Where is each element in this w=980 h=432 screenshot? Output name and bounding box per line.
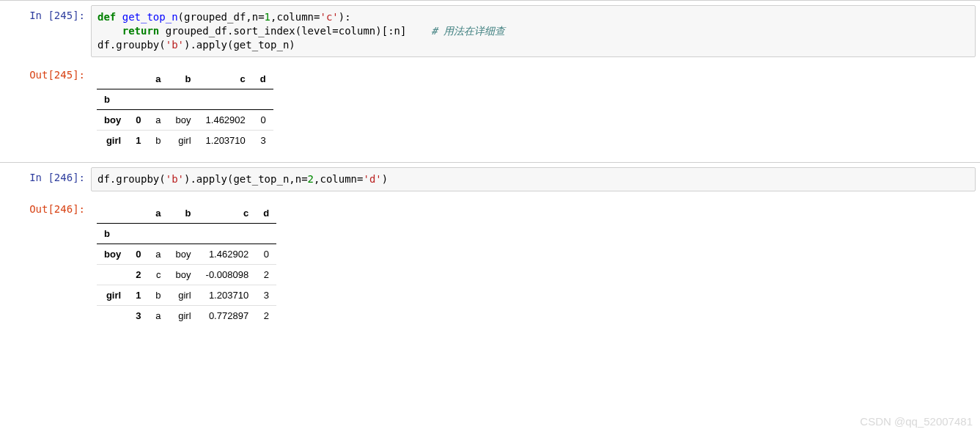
code-cell: In [245]: def get_top_n(grouped_df,n=1,c… xyxy=(0,0,980,62)
col-header xyxy=(128,203,148,224)
row-index: 2 xyxy=(128,264,148,285)
table-row: 3 a girl 0.772897 2 xyxy=(97,305,276,326)
string-literal: 'd' xyxy=(363,173,381,185)
string-literal: 'b' xyxy=(166,39,184,51)
code-text: ).apply(get_top_n,n= xyxy=(184,173,308,185)
blank-cell xyxy=(169,223,199,244)
code-text: ).apply(get_top_n) xyxy=(184,39,295,51)
output-area: a b c d b boy 0 a xyxy=(91,199,980,337)
cell: girl xyxy=(169,130,199,150)
string-literal: 'b' xyxy=(166,173,184,185)
cell: 3 xyxy=(253,130,273,150)
output-row: Out[246]: a b c d b xyxy=(0,196,980,337)
cell: boy xyxy=(169,244,199,264)
row-index: 3 xyxy=(128,305,148,326)
index-name-row: b xyxy=(97,223,276,244)
cell: a xyxy=(148,305,168,326)
code-text: df.groupby( xyxy=(97,173,166,185)
cell: 3 xyxy=(256,285,276,305)
blank-cell xyxy=(253,89,273,109)
row-index: 1 xyxy=(128,285,148,305)
blank-cell xyxy=(128,223,148,244)
col-header xyxy=(97,203,128,224)
cell: 2 xyxy=(256,264,276,285)
code-text: df.groupby( xyxy=(97,39,166,51)
code-input[interactable]: df.groupby('b').apply(get_top_n,n=2,colu… xyxy=(91,167,976,191)
row-index: 1 xyxy=(128,130,148,150)
row-index: boy xyxy=(97,109,128,130)
code-input[interactable]: def get_top_n(grouped_df,n=1,column='c')… xyxy=(91,5,976,57)
number-literal: 1 xyxy=(265,11,270,23)
blank-cell xyxy=(169,89,199,109)
blank-cell xyxy=(199,223,257,244)
col-header: a xyxy=(148,203,168,224)
cell: girl xyxy=(169,305,199,326)
col-header: c xyxy=(199,69,253,89)
blank-cell xyxy=(199,89,253,109)
keyword-def: def xyxy=(97,11,116,23)
index-name: b xyxy=(97,89,128,109)
row-index xyxy=(97,305,128,326)
col-header: b xyxy=(169,69,199,89)
index-name-row: b xyxy=(97,89,273,109)
cell: 1.203710 xyxy=(199,130,253,150)
row-index: girl xyxy=(97,130,128,150)
col-header: a xyxy=(148,69,168,89)
code-text: ,column= xyxy=(314,173,363,185)
row-index: 0 xyxy=(128,109,148,130)
cell: 0 xyxy=(253,109,273,130)
row-index: girl xyxy=(97,285,128,305)
col-header: d xyxy=(256,203,276,224)
function-name: get_top_n xyxy=(116,11,177,23)
col-header: c xyxy=(199,203,257,224)
blank-cell xyxy=(256,223,276,244)
cell: a xyxy=(148,109,168,130)
code-text: ) xyxy=(382,173,388,185)
code-cell: In [246]: df.groupby('b').apply(get_top_… xyxy=(0,162,980,196)
table-row: 2 c boy -0.008098 2 xyxy=(97,264,276,285)
comment: # 用法在详细查 xyxy=(431,25,505,37)
number-literal: 2 xyxy=(308,173,314,185)
cell: b xyxy=(148,130,168,150)
row-index: boy xyxy=(97,244,128,264)
blank-cell xyxy=(148,223,168,244)
cell: c xyxy=(148,264,168,285)
col-header: b xyxy=(169,203,199,224)
cell: 1.462902 xyxy=(199,244,257,264)
out-prompt: Out[246]: xyxy=(0,199,91,337)
table-header-row: a b c d xyxy=(97,69,273,89)
string-literal: 'c' xyxy=(320,11,338,23)
table-header-row: a b c d xyxy=(97,203,276,224)
table-row: boy 0 a boy 1.462902 0 xyxy=(97,109,273,130)
cell: boy xyxy=(169,109,199,130)
cell: 0 xyxy=(256,244,276,264)
code-text: ,column= xyxy=(270,11,320,23)
cell: 1.462902 xyxy=(199,109,253,130)
cell: boy xyxy=(169,264,199,285)
indent xyxy=(97,25,122,37)
row-index: 0 xyxy=(128,244,148,264)
table-row: girl 1 b girl 1.203710 3 xyxy=(97,285,276,305)
cell: 0.772897 xyxy=(199,305,257,326)
code-text: grouped_df.sort_index(level=column)[:n] xyxy=(159,25,431,37)
keyword-return: return xyxy=(122,25,160,37)
dataframe-table: a b c d b boy 0 a xyxy=(97,203,276,326)
output-area: a b c d b boy 0 a xyxy=(91,65,980,162)
out-prompt: Out[245]: xyxy=(0,65,91,162)
dataframe-table: a b c d b boy 0 a xyxy=(97,69,273,150)
in-prompt: In [245]: xyxy=(0,5,91,62)
col-header xyxy=(128,69,148,89)
col-header xyxy=(97,69,128,89)
code-text: (grouped_df,n= xyxy=(178,11,265,23)
cell: a xyxy=(148,244,168,264)
col-header: d xyxy=(253,69,273,89)
blank-cell xyxy=(148,89,168,109)
row-index xyxy=(97,264,128,285)
index-name: b xyxy=(97,223,128,244)
cell: 1.203710 xyxy=(199,285,257,305)
table-row: girl 1 b girl 1.203710 3 xyxy=(97,130,273,150)
in-prompt: In [246]: xyxy=(0,167,91,196)
code-text: ): xyxy=(339,11,351,23)
cell: b xyxy=(148,285,168,305)
blank-cell xyxy=(128,89,148,109)
